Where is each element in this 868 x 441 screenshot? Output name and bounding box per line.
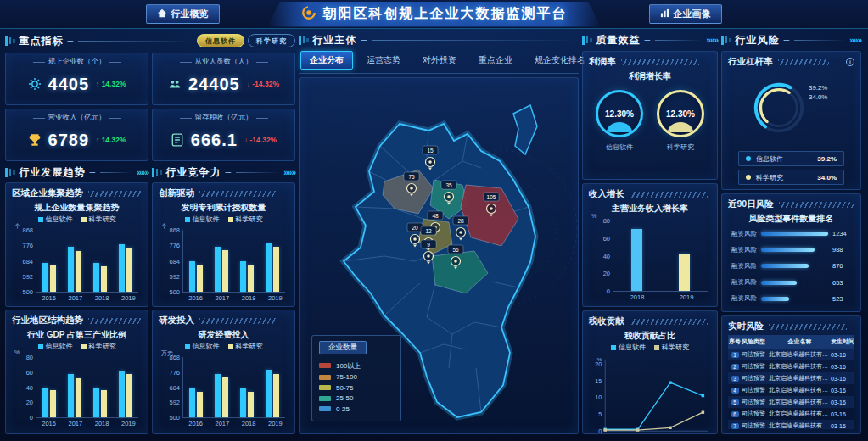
bar [189, 261, 195, 292]
legend-item: 科学研究 [81, 342, 116, 351]
bar [215, 247, 221, 292]
bar [50, 390, 56, 417]
hatch-decoration [769, 324, 847, 330]
bar [68, 247, 74, 292]
quality-title-row: 质量效益 – »»» [582, 32, 718, 47]
svg-text:20: 20 [412, 225, 418, 231]
chart-title: 税收贡献占比 [589, 330, 711, 342]
map-legend-item: 75-100 [319, 373, 394, 381]
column-risk: 行业风险 – »»» 行业杠杆率 i 39.2% 34.0% 信息软件39.2%… [721, 32, 861, 434]
table-row[interactable]: 2 司法预警北京启迪卓越科技有限公司03-16 [728, 360, 854, 372]
svg-text:35: 35 [445, 182, 452, 188]
map-legend-item: 0-25 [319, 405, 394, 413]
nav-industry-overview[interactable]: 行业概览 [146, 4, 220, 24]
bar [119, 371, 125, 417]
stat-label: 从业人员数（人） [195, 57, 253, 67]
subcard-title: 研发投入 [159, 315, 194, 327]
tab-企业分布[interactable]: 企业分布 [300, 51, 353, 70]
svg-text:48: 48 [432, 213, 439, 219]
people-icon [168, 77, 182, 91]
column-map: 行业主体 – 企业分布运营态势对外投资重点企业规企变化排名 [299, 32, 579, 434]
svg-text:56: 56 [452, 247, 459, 253]
risk-title-row: 行业风险 – »»» [721, 32, 861, 47]
subcard-title: 区域企业集聚趋势 [12, 187, 83, 199]
subcard-title: 税收贡献 [589, 315, 624, 327]
profit-gauges: 12.30%信息软件12.30%科学研究 [589, 90, 711, 152]
title-bars-icon [152, 168, 162, 177]
hatch-decoration [88, 191, 142, 197]
subcard-title: 近90日风险 [728, 198, 774, 210]
bar [101, 266, 107, 292]
more-icon[interactable]: »»» [849, 36, 861, 45]
nav-enterprise-profile[interactable]: 企业画像 [649, 4, 722, 24]
leverage-gauge: 39.2% 34.0% [728, 68, 854, 148]
leverage-legend-item: 科学研究34.0% [738, 170, 844, 185]
more-icon[interactable]: »»» [137, 168, 148, 177]
legend-item: 信息软件 [185, 342, 220, 351]
svg-text:9: 9 [427, 242, 430, 248]
card-innovation: 创新驱动 发明专利累计授权数量信息软件科学研究个5005926847768682… [152, 182, 295, 307]
card-income-growth: 收入增长 主营业务收入增长率%02040608020182019 [582, 183, 718, 307]
hbar-row: 融资风险 1234 [728, 230, 854, 238]
hatch-decoration [199, 318, 277, 324]
bar [248, 392, 254, 417]
chart-income-growth: 主营业务收入增长率%02040608020182019 [589, 200, 711, 301]
legend-item: 科学研究 [228, 342, 263, 351]
map-legend-item: 50-75 [319, 384, 394, 392]
svg-text:5: 5 [598, 410, 602, 418]
bar [76, 251, 81, 292]
table-row[interactable]: 1 司法预警北京启迪卓越科技有限公司03-16 [728, 349, 854, 360]
chart-gdp-share: 行业 GDP 占第三产业比例信息软件科学研究%02040608020162017… [12, 327, 142, 427]
district-map: 15 75 35 105 48 28 20 12 9 [299, 77, 579, 434]
toggle-信息软件[interactable]: 信息软件 [197, 34, 244, 47]
hbar-row: 融资风险 523 [728, 294, 854, 303]
svg-text:34.0%: 34.0% [809, 93, 827, 101]
svg-text:15: 15 [595, 377, 602, 385]
stat-delta: ↑ 14.32% [96, 80, 126, 88]
header-title-band: 朝阳区科创规上企业大数据监测平台 [267, 2, 602, 27]
leverage-gauge-svg: 39.2% 34.0% [728, 68, 854, 144]
more-icon[interactable]: »»» [283, 168, 295, 177]
subcard-title: 收入增长 [589, 188, 624, 200]
trend-panels-row: 行业发展趋势 – »»» 区域企业集聚趋势 规上企业数量集聚趋势信息软件科学研究… [5, 165, 295, 434]
tab-运营态势[interactable]: 运营态势 [358, 52, 409, 69]
nav-industry-overview-label: 行业概览 [171, 8, 209, 20]
table-row[interactable]: 7 司法预警北京启迪卓越科技有限公司03-16 [728, 420, 854, 429]
nav-enterprise-profile-label: 企业画像 [674, 8, 711, 20]
subcard-title: 实时风险 [728, 321, 764, 332]
invoice-icon [171, 133, 184, 147]
map-legend: 企业数量 100以上75-10050-7525-500-25 [311, 335, 401, 421]
tab-对外投资[interactable]: 对外投资 [414, 52, 465, 69]
bar [50, 265, 56, 292]
bar [76, 378, 81, 417]
key-indicators-title: 重点指标 [20, 34, 64, 48]
stat-value: 4405 [48, 75, 90, 94]
legend-item: 科学研究 [228, 215, 263, 224]
subcard-title: 利润率 [589, 56, 616, 68]
table-row[interactable]: 6 司法预警北京启迪卓越科技有限公司03-16 [728, 408, 854, 420]
stat-value: 6789 [48, 131, 90, 150]
table-row[interactable]: 5 司法预警北京启迪卓越科技有限公司03-16 [728, 396, 854, 408]
svg-text:75: 75 [408, 174, 415, 180]
hatch-decoration [630, 192, 708, 198]
chart-title: 主营业务收入增长率 [589, 203, 711, 215]
bar [273, 247, 279, 292]
svg-text:12: 12 [425, 228, 432, 234]
chart-title: 规上企业数量集聚趋势 [12, 202, 142, 214]
legend-item: 信息软件 [611, 343, 646, 352]
svg-text:15: 15 [427, 148, 434, 154]
trophy-icon [28, 133, 42, 147]
gear-icon [28, 77, 42, 91]
bar [273, 374, 279, 417]
tab-重点企业[interactable]: 重点企业 [470, 52, 521, 69]
column-quality: 质量效益 – »»» 利润率 利润增长率 12.30%信息软件12.30%科学研… [582, 32, 718, 434]
risk-title: 行业风险 [736, 33, 780, 47]
card-rnd: 研发投入 研发经费投入信息软件科学研究万元5005926847768682016… [152, 310, 295, 434]
bar [266, 370, 272, 417]
competitiveness-title-row: 行业竞争力 – »»» [152, 165, 295, 180]
toggle-科学研究[interactable]: 科学研究 [248, 34, 295, 47]
more-icon[interactable]: »»» [706, 36, 718, 45]
table-row[interactable]: 4 司法预警北京启迪卓越科技有限公司03-16 [728, 384, 854, 396]
info-icon[interactable]: i [846, 58, 854, 66]
table-row[interactable]: 3 司法预警北京启迪卓越科技有限公司03-16 [728, 372, 854, 384]
